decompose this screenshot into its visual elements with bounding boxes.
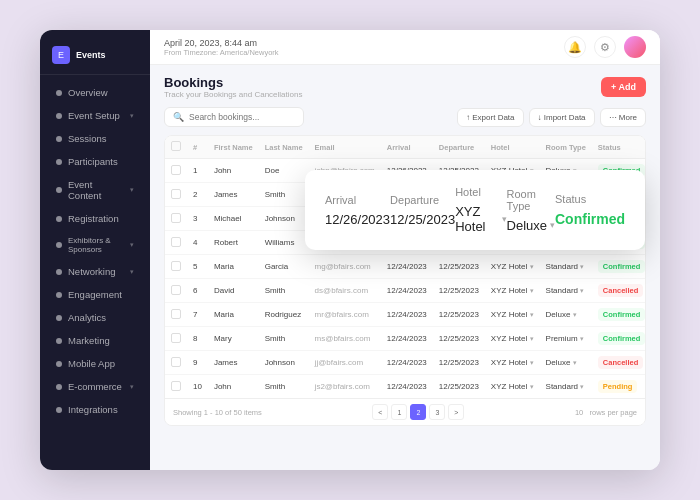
sidebar-label: Mobile App <box>68 358 115 369</box>
page-3-button[interactable]: 3 <box>429 404 445 420</box>
prev-page-button[interactable]: < <box>372 404 388 420</box>
sidebar-item-event-setup[interactable]: Event Setup ▾ <box>44 105 146 126</box>
cell-arrival: 12/24/2023 <box>381 255 433 279</box>
main-content: April 20, 2023, 8:44 am From Timezone: A… <box>150 30 660 470</box>
sidebar-dot <box>56 187 62 193</box>
sidebar-label: Participants <box>68 156 118 167</box>
add-button[interactable]: + Add <box>601 77 646 97</box>
cell-checkbox <box>165 255 187 279</box>
sidebar-label: E-commerce <box>68 381 122 392</box>
page-content: Bookings Track your Bookings and Cancell… <box>150 65 660 470</box>
cell-hotel: XYZ Hotel ▾ <box>485 375 540 399</box>
table-row: 8 Mary Smith ms@bfairs.com 12/24/2023 12… <box>165 327 646 351</box>
search-box[interactable]: 🔍 <box>164 107 304 127</box>
sidebar-dot <box>56 113 62 119</box>
sidebar-label: Engagement <box>68 289 122 300</box>
cell-status: Confirmed <box>592 303 646 327</box>
sidebar-item-marketing[interactable]: Marketing <box>44 330 146 351</box>
cell-status: Pending <box>592 375 646 399</box>
sidebar-item-integrations[interactable]: Integrations <box>44 399 146 420</box>
search-input[interactable] <box>189 112 295 122</box>
cell-arrival: 12/24/2023 <box>381 327 433 351</box>
col-departure: Departure <box>433 136 485 159</box>
sidebar-item-registration[interactable]: Registration <box>44 208 146 229</box>
cell-departure: 12/25/2023 <box>433 303 485 327</box>
sidebar-dot <box>56 338 62 344</box>
sidebar-label: Overview <box>68 87 108 98</box>
col-hotel: Hotel <box>485 136 540 159</box>
app-window: E Events Overview Event Setup ▾ Sessions… <box>40 30 660 470</box>
sidebar-item-exhibitors[interactable]: Exhibitors & Sponsors ▾ <box>44 231 146 259</box>
col-email: Email <box>309 136 381 159</box>
sidebar-dot <box>56 361 62 367</box>
sidebar-dot <box>56 90 62 96</box>
chevron-down-icon: ▾ <box>130 268 134 276</box>
more-button[interactable]: ⋯ More <box>600 108 646 127</box>
avatar[interactable] <box>624 36 646 58</box>
table-row: 10 John Smith js2@bfairs.com 12/24/2023 … <box>165 375 646 399</box>
col-arrival: Arrival <box>381 136 433 159</box>
sidebar-dot <box>56 159 62 165</box>
sidebar-item-networking[interactable]: Networking ▾ <box>44 261 146 282</box>
table-row: 6 David Smith ds@bfairs.com 12/24/2023 1… <box>165 279 646 303</box>
col-checkbox <box>165 136 187 159</box>
cell-departure: 12/25/2023 <box>433 327 485 351</box>
cell-first-name: Maria <box>208 303 259 327</box>
table-header-row: # First Name Last Name Email Arrival Dep… <box>165 136 646 159</box>
page-2-button[interactable]: 2 <box>410 404 426 420</box>
cell-hotel: XYZ Hotel ▾ <box>485 351 540 375</box>
cell-status: Confirmed <box>592 327 646 351</box>
import-button[interactable]: ↓ Import Data <box>529 108 595 127</box>
sidebar-item-engagement[interactable]: Engagement <box>44 284 146 305</box>
page-title: Bookings <box>164 75 302 90</box>
cell-arrival: 12/24/2023 <box>381 351 433 375</box>
sidebar-item-participants[interactable]: Participants <box>44 151 146 172</box>
cell-checkbox <box>165 375 187 399</box>
table-row: 9 James Johnson jj@bfairs.com 12/24/2023… <box>165 351 646 375</box>
cell-hotel: XYZ Hotel ▾ <box>485 255 540 279</box>
sidebar: E Events Overview Event Setup ▾ Sessions… <box>40 30 150 470</box>
sidebar-item-overview[interactable]: Overview <box>44 82 146 103</box>
chevron-down-icon: ▾ <box>130 186 134 194</box>
sidebar-label: Registration <box>68 213 119 224</box>
tooltip-arrival-label: Arrival <box>325 194 390 206</box>
bell-icon[interactable]: 🔔 <box>564 36 586 58</box>
cell-email: ds@bfairs.com <box>309 279 381 303</box>
cell-checkbox <box>165 279 187 303</box>
export-button[interactable]: ↑ Export Data <box>457 108 523 127</box>
cell-num: 4 <box>187 231 208 255</box>
sidebar-label: Event Content <box>68 179 124 201</box>
cell-num: 9 <box>187 351 208 375</box>
sidebar-item-mobile-app[interactable]: Mobile App <box>44 353 146 374</box>
page-header: Bookings Track your Bookings and Cancell… <box>164 75 646 99</box>
toolbar: 🔍 ↑ Export Data ↓ Import Data ⋯ More <box>164 107 646 127</box>
sidebar-dot <box>56 269 62 275</box>
col-first-name: First Name <box>208 136 259 159</box>
next-page-button[interactable]: > <box>448 404 464 420</box>
sidebar-item-event-content[interactable]: Event Content ▾ <box>44 174 146 206</box>
cell-num: 8 <box>187 327 208 351</box>
tooltip-room-value: Deluxe ▾ <box>507 218 555 233</box>
page-title-area: Bookings Track your Bookings and Cancell… <box>164 75 302 99</box>
search-icon: 🔍 <box>173 112 184 122</box>
settings-icon[interactable]: ⚙ <box>594 36 616 58</box>
cell-last-name: Johnson <box>259 207 309 231</box>
sidebar-label: Analytics <box>68 312 106 323</box>
cell-num: 2 <box>187 183 208 207</box>
cell-arrival: 12/24/2023 <box>381 375 433 399</box>
chevron-down-icon: ▾ <box>130 112 134 120</box>
sidebar-label: Networking <box>68 266 116 277</box>
cell-status: Confirmed <box>592 255 646 279</box>
cell-hotel: XYZ Hotel ▾ <box>485 279 540 303</box>
sidebar-item-ecommerce[interactable]: E-commerce ▾ <box>44 376 146 397</box>
sidebar-dot <box>56 407 62 413</box>
sidebar-item-analytics[interactable]: Analytics <box>44 307 146 328</box>
cell-checkbox <box>165 351 187 375</box>
cell-room-type: Standard ▾ <box>540 255 592 279</box>
cell-num: 6 <box>187 279 208 303</box>
sidebar-item-sessions[interactable]: Sessions <box>44 128 146 149</box>
page-1-button[interactable]: 1 <box>391 404 407 420</box>
pagination-pages: < 1 2 3 > <box>372 404 464 420</box>
col-room-type: Room Type <box>540 136 592 159</box>
cell-departure: 12/25/2023 <box>433 375 485 399</box>
